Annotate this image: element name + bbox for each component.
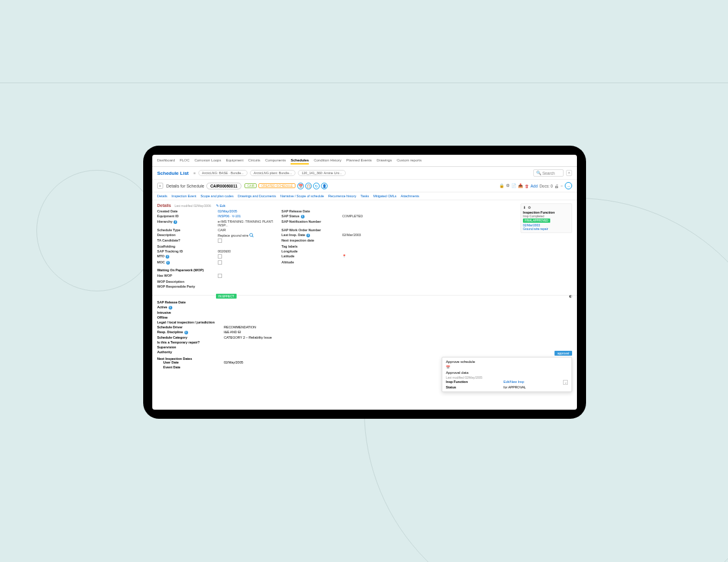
tab-tasks[interactable]: Tasks [360, 194, 369, 198]
tab-drawings-docs[interactable]: Drawings and Documents [238, 194, 276, 198]
clipboard-icon[interactable]: 📋 [305, 183, 312, 189]
section-divider: IN EFFECT ◐ [152, 295, 577, 296]
field-value: 02/Mar/2003 [342, 233, 403, 237]
field-label: Schedule Driver [157, 325, 221, 329]
download-icon[interactable]: 📥 [518, 183, 523, 188]
field-label: Has WOP [157, 274, 215, 279]
field-value: 📍 [342, 254, 403, 259]
nav-circuits[interactable]: Circuits [248, 158, 260, 164]
nav-floc[interactable]: FLOC [180, 158, 189, 164]
field-label: WOP Description [157, 280, 215, 283]
nav-dashboard[interactable]: Dashboard [157, 158, 175, 164]
field-value [224, 305, 345, 310]
breadcrumb-2[interactable]: ArcticLNG plant: Bundle... [250, 170, 295, 176]
nav-equipment[interactable]: Equipment [226, 158, 243, 164]
calendar-icon[interactable]: 📅 [297, 183, 304, 189]
approve-popup: Approve schedule 📅 Approval data Last mo… [442, 357, 572, 392]
field-label: Latitude [281, 254, 339, 259]
nav-drawings[interactable]: Drawings [377, 158, 392, 164]
in-effect-badge: IN EFFECT [216, 294, 237, 299]
field-label: SAP Release Date [157, 300, 221, 304]
delete-icon[interactable]: 🗑 [525, 184, 529, 188]
search-input[interactable]: 🔍Search [533, 169, 564, 177]
popup-section-title: Approval data [446, 371, 568, 374]
popup-dropdown-icon[interactable]: ⌄ [563, 380, 568, 385]
field-label: Longitude [281, 249, 339, 253]
popup-insp-label: Insp Function [446, 380, 504, 385]
go-button[interactable]: → [565, 182, 572, 189]
edit-link[interactable]: ✎ Edit [216, 204, 226, 208]
field-value [342, 260, 403, 265]
lock-icon[interactable]: 🔒 [499, 183, 504, 188]
field-label: Activei [157, 305, 221, 310]
popup-calendar-icon[interactable]: 📅 [446, 365, 568, 369]
field-label: MOCi [157, 260, 215, 265]
field-label: SAP Tracking ID [157, 249, 215, 253]
nav-corrosion-loops[interactable]: Corrosion Loops [194, 158, 221, 164]
tab-details[interactable]: Details [157, 194, 167, 198]
field-value [218, 260, 278, 265]
doc-icon[interactable]: 📄 [511, 183, 516, 188]
nav-custom-reports[interactable]: Custom reports [397, 158, 422, 164]
field-label: Legal / local inspection / jurisdiction [157, 320, 221, 324]
field-label: Altitude [281, 260, 339, 265]
field-value [224, 311, 345, 314]
cair-badge: CAIR [244, 183, 257, 188]
schedule-title-label: Details for Schedule [166, 184, 204, 188]
field-value[interactable]: 02/May/2005 [218, 209, 278, 213]
section-toggle-icon[interactable]: ◐ [569, 294, 572, 298]
field-label: Created Date [157, 209, 215, 213]
field-value [218, 280, 278, 283]
collapse-button[interactable]: ^ [566, 170, 572, 176]
add-schedule-button[interactable]: + [157, 183, 163, 189]
nav-components[interactable]: Components [265, 158, 286, 164]
print-icon[interactable]: 🖨 [554, 184, 559, 188]
field-label: Event Date [163, 365, 221, 369]
side-note[interactable]: Ground wire repair [523, 227, 570, 231]
schedule-id-badge[interactable]: CAIR00060011 [206, 183, 242, 189]
tab-narrative[interactable]: Narrative / Scope of schedule [280, 194, 324, 198]
field-value [224, 350, 345, 354]
field-value [224, 345, 345, 349]
details-heading: Details [157, 203, 171, 208]
approval-tag[interactable]: approval [554, 351, 572, 356]
add-link[interactable]: Add [531, 184, 538, 188]
tab-recurrence[interactable]: Recurrence history [328, 194, 356, 198]
field-value: e-IMS TRAINING: TRAINING PLANT: INSP... [218, 220, 278, 227]
tab-scope-codes[interactable]: Scope and plan codes [200, 194, 233, 198]
sort-icon[interactable]: ⬇ [523, 206, 526, 209]
nav-planned-events[interactable]: Planned Events [346, 158, 372, 164]
tab-inspection-event[interactable]: Inspection Event [172, 194, 197, 198]
field-value [342, 249, 403, 253]
nav-condition-history[interactable]: Condition History [314, 158, 342, 164]
tab-attachments[interactable]: Attachments [401, 194, 420, 198]
subheader: Schedule List ≡ ArcticLNG: BASE · Bundle… [152, 167, 577, 180]
field-value[interactable]: INSP06 · V-101 [218, 214, 278, 218]
gear-icon[interactable]: ⚙ [506, 183, 510, 188]
field-label: Resp. Disciplinei [157, 330, 221, 334]
field-label: SAP Work Order Number [281, 228, 339, 232]
field-value [224, 320, 345, 324]
field-value: 0020600 [218, 249, 278, 253]
nav-schedules[interactable]: Schedules [291, 158, 309, 164]
inspection-function-card: ⬇⚙ Inspection Function Insp Completed FI… [521, 203, 572, 233]
refresh-icon[interactable]: ↻ [313, 183, 320, 189]
field-value: Replace ground wire [218, 233, 278, 237]
search-icon: 🔍 [536, 171, 541, 175]
field-value [342, 228, 403, 232]
field-value [224, 300, 345, 304]
settings-icon[interactable]: ⚙ [528, 206, 531, 209]
user-icon[interactable]: 👤 [321, 183, 328, 189]
field-value: RECOMMENDATION [224, 325, 345, 329]
docs-count: Docs: 0 [539, 184, 553, 188]
field-value: 02/May/2005 [224, 361, 345, 364]
breadcrumb-3[interactable]: 120_141_360: Amine Uni... [298, 170, 345, 176]
field-value [218, 239, 278, 243]
breadcrumb-1[interactable]: ArcticLNG: BASE · Bundle... [198, 170, 248, 176]
field-label: Offline [157, 316, 221, 319]
tab-mitigated-cmls[interactable]: Mitigated CMLs [373, 194, 396, 198]
minus-icon[interactable]: − [561, 184, 563, 188]
field-value: CATEGORY 2 – Reliability Issue [224, 336, 345, 339]
top-nav: Dashboard FLOC Corrosion Loops Equipment… [152, 155, 577, 167]
field-value [342, 209, 403, 213]
